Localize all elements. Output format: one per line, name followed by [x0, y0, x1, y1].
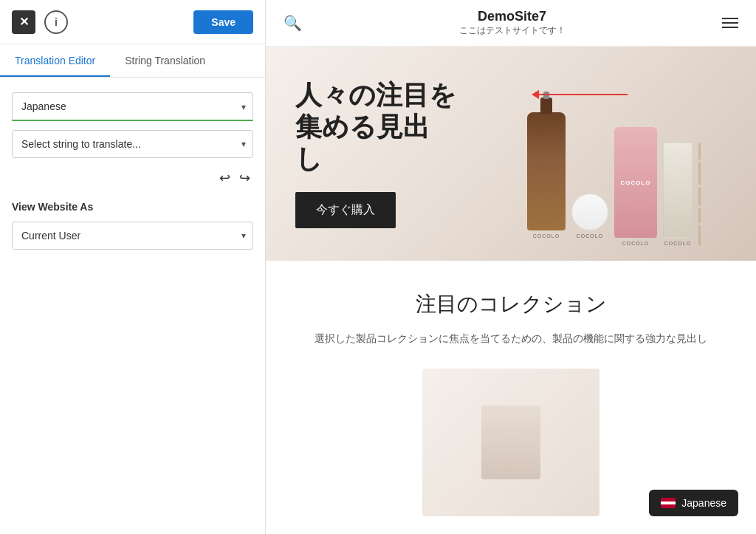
amber-bottle-shape: [527, 112, 566, 230]
top-bar: ✕ i Save: [0, 0, 265, 44]
view-as-select-wrapper: Current User Guest Admin ▾: [12, 222, 253, 250]
product-card-1: [422, 369, 599, 516]
close-button[interactable]: ✕: [12, 10, 35, 34]
site-header-center: DemoSite7 ここはテストサイトです！: [459, 9, 566, 37]
cocolo-label-glass: cocolo: [664, 241, 691, 246]
reed-stick-5: [698, 225, 701, 246]
panel-body: Japanese English French German Spanish ▾…: [0, 78, 265, 264]
view-as-select[interactable]: Current User Guest Admin: [12, 222, 253, 250]
language-select-wrapper: Japanese English French German Spanish ▾: [12, 92, 253, 121]
hero-heading: 人々の注目を集める見出し: [295, 79, 457, 175]
info-button[interactable]: i: [44, 10, 68, 34]
collection-title: 注目のコレクション: [288, 290, 734, 318]
product-card-image: [481, 405, 540, 479]
product-amber-bottle: cocolo: [527, 112, 566, 239]
search-icon[interactable]: 🔍: [284, 14, 302, 32]
red-arrow-head: [532, 90, 539, 99]
language-select[interactable]: Japanese English French German Spanish: [12, 92, 253, 121]
hero-cta-button[interactable]: 今すぐ購入: [295, 192, 396, 228]
hamburger-line-2: [722, 22, 738, 24]
reed-stick-3: [698, 187, 701, 206]
hamburger-line-3: [722, 27, 738, 28]
language-badge-label: Japanese: [681, 497, 726, 509]
undo-button[interactable]: ↩: [219, 170, 230, 186]
product-white-jar: cocolo: [571, 194, 608, 239]
white-jar-shape: [571, 194, 608, 230]
right-panel: 🔍 DemoSite7 ここはテストサイトです！ 人々の注目を集める見出し 今す…: [266, 0, 756, 534]
cocolo-label-amber: cocolo: [533, 233, 560, 239]
hamburger-line-1: [722, 18, 738, 19]
cocolo-label-white: cocolo: [577, 233, 603, 239]
product-pink-bottle: COCOLO COCOLO: [614, 127, 657, 246]
left-panel: ✕ i Save Translation Editor String Trans…: [0, 0, 266, 534]
glass-bottle-shape: [663, 142, 693, 238]
reed-stick-1: [698, 143, 701, 160]
reed-stick-4: [698, 208, 701, 223]
string-select-wrapper: Select string to translate... ▾: [12, 130, 253, 158]
hero-text-area: 人々の注目を集める見出し 今すぐ購入: [266, 49, 487, 259]
pink-bottle-shape: COCOLO: [614, 127, 657, 238]
hero-products: cocolo cocolo COCOLO COCOLO cocolo: [472, 47, 756, 261]
site-header: 🔍 DemoSite7 ここはテストサイトです！: [266, 0, 756, 47]
pink-bottle-text: COCOLO: [620, 179, 650, 186]
undo-redo-bar: ↩ ↪: [12, 170, 253, 186]
product-reed-diffuser: [698, 143, 701, 246]
cocolo-label-pink: COCOLO: [622, 241, 649, 246]
save-button[interactable]: Save: [193, 10, 253, 34]
tab-translation-editor[interactable]: Translation Editor: [0, 44, 110, 77]
japanese-flag-icon: [661, 498, 676, 508]
tab-string-translation[interactable]: String Translation: [110, 44, 220, 77]
hamburger-menu-button[interactable]: [722, 18, 738, 28]
view-as-label: View Website As: [12, 201, 253, 213]
site-subtitle: ここはテストサイトです！: [459, 24, 566, 37]
language-badge[interactable]: Japanese: [649, 490, 738, 516]
site-title: DemoSite7: [459, 9, 566, 24]
collection-description: 選択した製品コレクションに焦点を当てるための、製品の機能に関する強力な見出し: [289, 330, 732, 346]
red-arrow-line: [539, 94, 628, 95]
redo-button[interactable]: ↪: [239, 170, 250, 186]
string-select[interactable]: Select string to translate...: [12, 130, 253, 158]
product-glass-bottle: cocolo: [663, 142, 693, 246]
reed-stick-2: [698, 162, 701, 184]
red-arrow-indicator: [532, 90, 628, 99]
tab-bar: Translation Editor String Translation: [0, 44, 265, 78]
hero-section: 人々の注目を集める見出し 今すぐ購入 cocolo cocolo COCOLO …: [266, 47, 756, 261]
